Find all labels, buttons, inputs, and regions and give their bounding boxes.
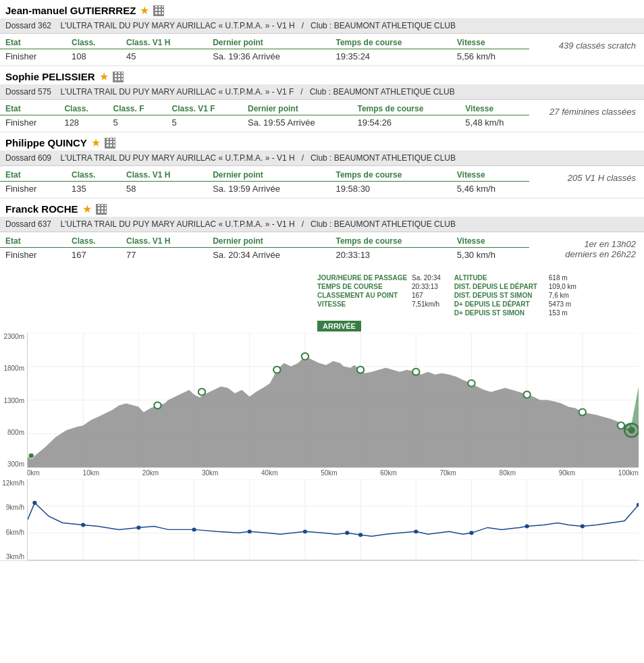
td-dernier-1: Sa. 19:36 Arrivée bbox=[207, 49, 330, 66]
td-temps-2: 19:54:26 bbox=[352, 115, 460, 132]
th-classf-2: Class. F bbox=[108, 100, 167, 115]
th-etat-3: Etat bbox=[0, 166, 66, 182]
dossard-row-4: Dossard 637 L'ULTRA TRAIL DU PUY MARY AU… bbox=[0, 217, 644, 232]
svg-point-16 bbox=[28, 453, 34, 458]
th-etat-2: Etat bbox=[0, 100, 59, 115]
grid-icon-2 bbox=[113, 72, 124, 82]
td-temps-4: 20:33:13 bbox=[331, 248, 452, 265]
info-row-tps: TEMPS DE COURSE 20:33:13 bbox=[317, 283, 441, 290]
info-row-dist-dep: DIST. DEPUIS LE DÉPART 109,0 km bbox=[454, 283, 576, 290]
svg-point-44 bbox=[81, 523, 85, 527]
td-temps-1: 19:35:24 bbox=[331, 49, 452, 66]
th-vitesse-1: Vitesse bbox=[452, 34, 529, 49]
athlete-name-1: Jean-manuel GUTIERRREZ bbox=[5, 5, 136, 16]
athlete-name-2: Sophie PELISSIER bbox=[5, 71, 95, 82]
star-icon-4: ★ bbox=[82, 203, 92, 215]
athlete-section-3: Philippe QUINCY ★ Dossard 609 L'ULTRA TR… bbox=[0, 132, 644, 198]
td-classv1h-4: 77 bbox=[121, 248, 207, 265]
td-etat-3: Finisher bbox=[0, 182, 66, 198]
side-note-2: 27 féminines classées bbox=[529, 100, 644, 124]
star-icon-3: ★ bbox=[91, 136, 101, 149]
svg-point-23 bbox=[468, 380, 475, 387]
stats-container-3: Etat Class. Class. V1 H Dernier point Te… bbox=[0, 166, 644, 198]
td-class-1: 108 bbox=[66, 49, 121, 66]
athlete-header-2: Sophie PELISSIER ★ bbox=[0, 66, 644, 84]
star-icon-1: ★ bbox=[140, 4, 149, 17]
th-etat-1: Etat bbox=[0, 34, 66, 49]
stats-table-1: Etat Class. Class. V1 H Dernier point Te… bbox=[0, 34, 529, 65]
stats-container-2: Etat Class. Class. F Class. V1 F Dernier… bbox=[0, 100, 644, 132]
td-vitesse-2: 5,48 km/h bbox=[460, 115, 529, 132]
th-temps-3: Temps de course bbox=[331, 166, 452, 182]
th-classv1f-2: Class. V1 F bbox=[167, 100, 242, 115]
side-note-1: 439 classés scratch bbox=[529, 34, 644, 57]
elev-y-labels: 2300m 1800m 1300m 800m 300m bbox=[0, 333, 27, 468]
athlete-section-4: Franck ROCHE ★ Dossard 637 L'ULTRA TRAIL… bbox=[0, 198, 644, 561]
stats-container-4: Etat Class. Class. V1 H Dernier point Te… bbox=[0, 232, 644, 266]
td-vitesse-4: 5,30 km/h bbox=[452, 248, 529, 265]
speed-y-labels: 12km/h 9km/h 6km/h 3km/h bbox=[0, 479, 27, 560]
dossard-row-3: Dossard 609 L'ULTRA TRAIL DU PUY MARY AU… bbox=[0, 151, 644, 166]
th-dernier-1: Dernier point bbox=[207, 34, 330, 49]
svg-point-47 bbox=[248, 529, 252, 533]
elev-x-labels: 0km 10km 20km 30km 40km 50km 60km 70km 8… bbox=[27, 468, 639, 477]
td-classv1h-3: 58 bbox=[121, 182, 207, 198]
elevation-chart-area bbox=[27, 333, 639, 468]
td-class-2: 128 bbox=[59, 115, 107, 132]
info-row-dplus-dep: D+ DEPUIS LE DÉPART 5473 m bbox=[454, 300, 576, 308]
td-class-4: 167 bbox=[66, 248, 121, 265]
stats-container-1: Etat Class. Class. V1 H Dernier point Te… bbox=[0, 34, 644, 65]
svg-point-19 bbox=[273, 367, 280, 373]
side-note-3: 205 V1 H classés bbox=[529, 166, 644, 190]
svg-point-24 bbox=[523, 392, 530, 398]
td-dernier-4: Sa. 20:34 Arrivée bbox=[207, 248, 330, 265]
svg-point-22 bbox=[412, 369, 419, 375]
info-row-classement: CLASSEMENT AU POINT 167 bbox=[317, 292, 441, 299]
dossard-row-1: Dossard 362 L'ULTRA TRAIL DU PUY MARY AU… bbox=[0, 18, 644, 34]
th-dernier-4: Dernier point bbox=[207, 232, 330, 248]
info-row-vitesse-pt: VITESSE 7,51km/h bbox=[317, 300, 441, 308]
td-vitesse-3: 5,46 km/h bbox=[452, 182, 529, 198]
th-classv1h-1: Class. V1 H bbox=[121, 34, 207, 49]
info-row-alt: ALTITUDE 618 m bbox=[454, 274, 576, 282]
th-etat-4: Etat bbox=[0, 232, 66, 248]
svg-point-43 bbox=[32, 501, 36, 505]
th-class-3: Class. bbox=[66, 166, 121, 182]
td-vitesse-1: 5,56 km/h bbox=[452, 49, 529, 66]
td-class-3: 135 bbox=[66, 182, 121, 198]
svg-marker-14 bbox=[28, 356, 639, 467]
athlete-header-3: Philippe QUINCY ★ bbox=[0, 132, 644, 151]
svg-point-54 bbox=[581, 524, 585, 528]
td-classv1f-2: 5 bbox=[167, 115, 242, 132]
th-classv1h-4: Class. V1 H bbox=[121, 232, 207, 248]
athlete-section-1: Jean-manuel GUTIERRREZ ★ Dossard 362 L'U… bbox=[0, 0, 644, 66]
stats-table-2: Etat Class. Class. F Class. V1 F Dernier… bbox=[0, 100, 529, 132]
td-classv1h-1: 45 bbox=[121, 49, 207, 66]
athlete-name-3: Philippe QUINCY bbox=[5, 137, 87, 149]
stats-table-4: Etat Class. Class. V1 H Dernier point Te… bbox=[0, 232, 529, 264]
th-vitesse-4: Vitesse bbox=[452, 232, 529, 248]
point-info-container: JOUR/HEURE DE PASSAGE Sa. 20:34 TEMPS DE… bbox=[0, 271, 644, 321]
side-note-4: 1er en 13h02 derniers en 26h22 bbox=[529, 232, 644, 266]
svg-point-46 bbox=[192, 527, 196, 531]
th-vitesse-3: Vitesse bbox=[452, 166, 529, 182]
arrivee-banner: ARRIVÉE bbox=[317, 321, 361, 332]
svg-point-18 bbox=[198, 389, 205, 396]
info-row-dist-simon: DIST. DEPUIS ST SIMON 7,6 km bbox=[454, 292, 576, 299]
td-dernier-3: Sa. 19:59 Arrivée bbox=[207, 182, 330, 198]
star-icon-2: ★ bbox=[99, 70, 109, 83]
athlete-header-1: Jean-manuel GUTIERRREZ ★ bbox=[0, 0, 644, 18]
svg-point-53 bbox=[525, 524, 529, 528]
svg-point-25 bbox=[579, 408, 586, 415]
th-dernier-2: Dernier point bbox=[242, 100, 352, 115]
svg-point-17 bbox=[154, 402, 161, 408]
th-class-4: Class. bbox=[66, 232, 121, 248]
svg-point-45 bbox=[136, 525, 140, 529]
td-etat-4: Finisher bbox=[0, 248, 66, 265]
elevation-chart-container: 2300m 1800m 1300m 800m 300m bbox=[0, 333, 644, 468]
stats-table-wrap-1: Etat Class. Class. V1 H Dernier point Te… bbox=[0, 34, 529, 65]
svg-point-21 bbox=[357, 367, 364, 373]
grid-icon-4 bbox=[96, 204, 107, 215]
th-classv1h-3: Class. V1 H bbox=[121, 166, 207, 182]
th-temps-2: Temps de course bbox=[352, 100, 460, 115]
